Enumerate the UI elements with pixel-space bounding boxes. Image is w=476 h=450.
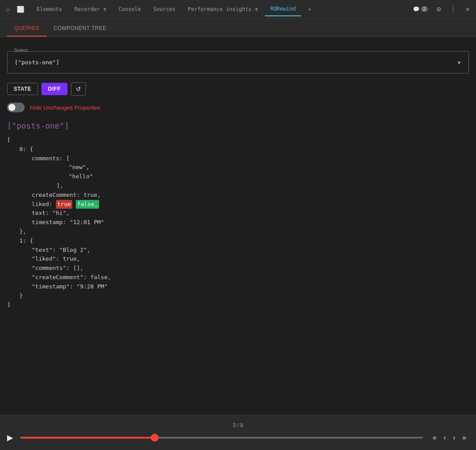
nav-buttons: « ‹ › » — [430, 432, 469, 443]
tab-rqrewind[interactable]: RQRewind — [265, 2, 301, 16]
code-line-item0-open: 0: { — [7, 145, 469, 154]
code-line-array-close: ] — [7, 300, 469, 310]
tab-more[interactable]: » — [303, 3, 316, 16]
code-block: [ 0: { comments: [ "new", "hello" ], cre… — [7, 136, 469, 310]
tab-recorder[interactable]: Recorder ⚗ — [69, 3, 112, 16]
code-line-createcomment1: "createComment": false, — [7, 273, 469, 282]
code-line-timestamp1: "timestamp": "9:28 PM" — [7, 282, 469, 291]
code-line-comment1: "new", — [7, 163, 469, 172]
bottom-bar: 3 / 9 ▶ « ‹ › » — [0, 415, 476, 450]
diff-button[interactable]: DIFF — [41, 83, 67, 95]
progress-row: ▶ « ‹ › » — [7, 432, 469, 443]
progress-fill — [20, 437, 154, 439]
tab-console[interactable]: Console — [113, 3, 146, 16]
select-wrapper: ["posts-one"] ▾ — [7, 51, 469, 74]
liked-key: liked: — [32, 200, 56, 209]
history-icon: ↺ — [76, 85, 81, 92]
code-line-comments-key: comments: [ — [7, 154, 469, 163]
device-icon[interactable]: ⬜ — [15, 4, 26, 15]
tab-bar: ⊹ ⬜ Elements Recorder ⚗ Console Sources … — [0, 0, 476, 18]
dropdown-arrow-icon: ▾ — [457, 58, 461, 67]
history-button[interactable]: ↺ — [71, 82, 86, 96]
liked-old-value: true — [56, 200, 72, 209]
main-content: Select ["posts-one"] ▾ STATE DIFF ↺ Hide… — [0, 37, 476, 415]
progress-thumb[interactable] — [151, 434, 159, 442]
code-line-item1-open: 1: { — [7, 236, 469, 246]
nav-prev-button[interactable]: ‹ — [441, 432, 448, 443]
code-line-create-comment: createComment: true, — [7, 191, 469, 200]
select-dropdown[interactable]: ["posts-one"] ▾ — [7, 52, 469, 72]
close-button[interactable]: ✕ — [463, 3, 472, 15]
state-button[interactable]: STATE — [7, 83, 38, 95]
nav-next-button[interactable]: › — [450, 432, 458, 443]
comments-badge: 2 — [421, 6, 428, 12]
progress-label: 3 / 9 — [233, 422, 243, 428]
comments-button[interactable]: 💬 2 — [410, 4, 431, 14]
more-button[interactable]: ⋮ — [447, 3, 459, 15]
toggle-thumb — [8, 104, 15, 111]
code-line-comments-close: ], — [7, 181, 469, 191]
code-line-liked1: "liked": true, — [7, 255, 469, 264]
code-line-bracket-open: [ — [7, 136, 469, 145]
toolbar: STATE DIFF ↺ — [7, 82, 469, 96]
code-line-item0-close: }, — [7, 227, 469, 236]
code-line-text: text: "hi", — [7, 209, 469, 218]
liked-new-value: false, — [76, 200, 99, 209]
tab-elements[interactable]: Elements — [31, 3, 67, 16]
code-line-text1: "text": "Blog 2", — [7, 246, 469, 255]
code-line-liked: liked: true false, — [7, 200, 469, 209]
play-button[interactable]: ▶ — [7, 433, 13, 443]
query-name-heading: ["posts-one"] — [7, 121, 469, 130]
progress-track[interactable] — [20, 437, 423, 439]
nav-first-button[interactable]: « — [430, 432, 439, 443]
code-line-comment2: "hello" — [7, 172, 469, 181]
select-container: Select ["posts-one"] ▾ — [7, 51, 469, 74]
tab-performance[interactable]: Performance insights ⚗ — [182, 3, 263, 16]
settings-button[interactable]: ⚙ — [434, 3, 444, 15]
tab-bar-icons: ⊹ ⬜ — [4, 4, 26, 15]
code-line-comments1: "comments": [], — [7, 264, 469, 273]
select-value: ["posts-one"] — [15, 59, 60, 66]
tab-queries[interactable]: QUERIES — [7, 21, 47, 37]
hide-unchanged-toggle[interactable] — [7, 103, 25, 112]
toggle-label: Hide Unchanged Properties — [30, 104, 100, 111]
inspect-icon[interactable]: ⊹ — [4, 4, 12, 15]
tab-component-tree[interactable]: COMPONENT TREE — [47, 21, 114, 37]
tab-bar-right: 💬 2 ⚙ ⋮ ✕ — [410, 3, 472, 15]
code-line-timestamp0: timestamp: "12:01 PM" — [7, 218, 469, 227]
nav-last-button[interactable]: » — [460, 432, 469, 443]
panel-tabs: QUERIES COMPONENT TREE — [0, 18, 476, 37]
code-line-item1-close: } — [7, 291, 469, 301]
toggle-row: Hide Unchanged Properties — [7, 103, 469, 112]
tab-sources[interactable]: Sources — [148, 3, 181, 16]
